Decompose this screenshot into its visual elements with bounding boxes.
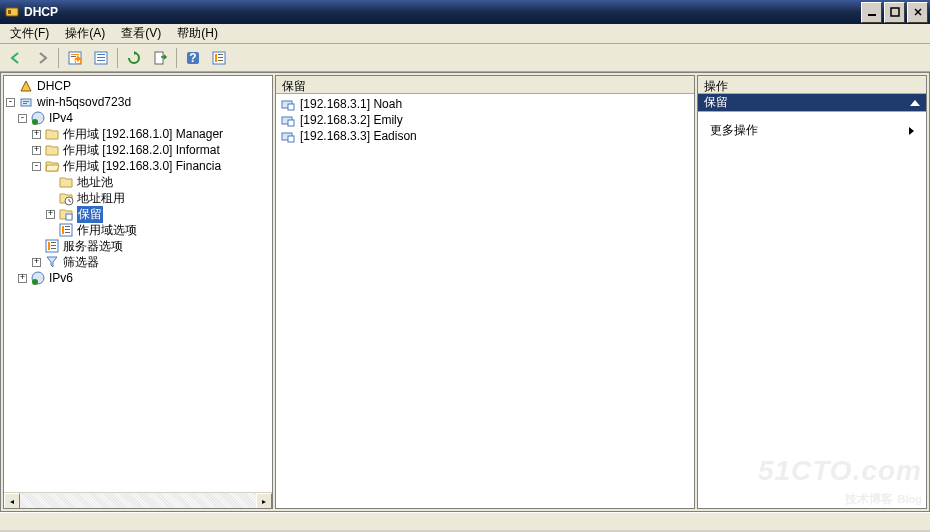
tree-label: 保留 (77, 206, 103, 223)
reservation-icon (280, 96, 296, 112)
forward-button[interactable] (30, 46, 54, 70)
reservation-icon (280, 128, 296, 144)
tree-node-ipv6[interactable]: + IPv6 (4, 270, 272, 286)
reservations-icon (58, 206, 74, 222)
list-item[interactable]: [192.168.3.3] Eadison (276, 128, 694, 144)
scroll-left-button[interactable]: ◂ (4, 493, 20, 509)
ipv6-icon (30, 270, 46, 286)
back-button[interactable] (4, 46, 28, 70)
action-more[interactable]: 更多操作 (708, 118, 916, 143)
menu-help[interactable]: 帮助(H) (169, 23, 226, 44)
menu-view[interactable]: 查看(V) (113, 23, 169, 44)
dhcp-icon (18, 78, 34, 94)
close-button[interactable] (907, 2, 928, 23)
tree-label: 作用域选项 (77, 222, 137, 239)
expander-icon[interactable]: + (32, 258, 41, 267)
svg-rect-38 (51, 245, 56, 246)
tree: DHCP - win-h5qsovd723d - IPv4 + 作用域 [192… (4, 76, 272, 492)
svg-rect-32 (65, 226, 70, 227)
expander-icon[interactable]: - (18, 114, 27, 123)
svg-rect-34 (65, 232, 70, 233)
tree-node-server[interactable]: - win-h5qsovd723d (4, 94, 272, 110)
tree-label: IPv4 (49, 111, 73, 125)
expander-icon (6, 82, 15, 91)
svg-rect-0 (6, 8, 18, 16)
tree-node-root[interactable]: DHCP (4, 78, 272, 94)
tree-panel: DHCP - win-h5qsovd723d - IPv4 + 作用域 [192… (3, 75, 273, 509)
expander-icon[interactable]: - (6, 98, 15, 107)
tree-label: IPv6 (49, 271, 73, 285)
tree-node-scopeoptions[interactable]: 作用域选项 (4, 222, 272, 238)
svg-rect-43 (288, 104, 294, 110)
horizontal-scrollbar[interactable]: ◂ ▸ (4, 492, 272, 508)
list-item-label: [192.168.3.2] Emily (300, 113, 403, 127)
tree-node-reservations[interactable]: + 保留 (4, 206, 272, 222)
expander-icon[interactable]: + (32, 130, 41, 139)
scroll-right-button[interactable]: ▸ (256, 493, 272, 509)
svg-rect-2 (868, 14, 876, 16)
refresh-button[interactable] (122, 46, 146, 70)
expander-icon[interactable]: + (32, 146, 41, 155)
expander-icon[interactable]: + (18, 274, 27, 283)
tree-node-scope2[interactable]: + 作用域 [192.168.2.0] Informat (4, 142, 272, 158)
expander-icon[interactable]: + (46, 210, 55, 219)
folder-icon (44, 126, 60, 142)
tree-node-serveropts[interactable]: 服务器选项 (4, 238, 272, 254)
list-panel: 保留 [192.168.3.1] Noah [192.168.3.2] Emil… (275, 75, 695, 509)
scroll-track[interactable] (20, 493, 256, 508)
tree-node-scope3[interactable]: - 作用域 [192.168.3.0] Financia (4, 158, 272, 174)
expander-icon (46, 226, 55, 235)
app-icon (4, 4, 20, 20)
svg-rect-39 (51, 248, 56, 249)
collapse-icon (910, 100, 920, 106)
list-header: 保留 (276, 76, 694, 94)
svg-point-27 (32, 119, 38, 125)
svg-text:✦: ✦ (73, 52, 83, 66)
properties-button[interactable] (89, 46, 113, 70)
svg-rect-19 (215, 54, 217, 62)
action-subheader[interactable]: 保留 (698, 94, 926, 112)
svg-rect-3 (891, 8, 899, 16)
tree-label: 服务器选项 (63, 238, 123, 255)
expander-icon[interactable]: - (32, 162, 41, 171)
minimize-button[interactable] (861, 2, 882, 23)
toolbar-separator (58, 48, 59, 68)
action-subheader-label: 保留 (704, 94, 728, 111)
menu-file[interactable]: 文件(F) (2, 23, 57, 44)
export-button[interactable] (148, 46, 172, 70)
list-item[interactable]: [192.168.3.1] Noah (276, 96, 694, 112)
svg-rect-47 (288, 136, 294, 142)
chevron-right-icon (909, 127, 914, 135)
tree-node-ipv4[interactable]: - IPv4 (4, 110, 272, 126)
svg-text:?: ? (189, 51, 196, 65)
help-button[interactable]: ? (181, 46, 205, 70)
expander-icon (46, 194, 55, 203)
svg-rect-37 (51, 242, 56, 243)
tree-node-addrlease[interactable]: 地址租用 (4, 190, 272, 206)
add-button[interactable]: ✦ (63, 46, 87, 70)
menu-action[interactable]: 操作(A) (57, 23, 113, 44)
reservation-icon (280, 112, 296, 128)
tree-label: 作用域 [192.168.2.0] Informat (63, 142, 220, 159)
maximize-button[interactable] (884, 2, 905, 23)
status-bar (0, 512, 930, 530)
window-title: DHCP (24, 5, 861, 19)
tree-label: 作用域 [192.168.3.0] Financia (63, 158, 221, 175)
svg-rect-21 (218, 57, 223, 58)
folder-icon (58, 174, 74, 190)
list-item[interactable]: [192.168.3.2] Emily (276, 112, 694, 128)
tree-node-filters[interactable]: + 筛选器 (4, 254, 272, 270)
tree-label: DHCP (37, 79, 71, 93)
expander-icon (32, 242, 41, 251)
tree-label: win-h5qsovd723d (37, 95, 131, 109)
svg-rect-12 (97, 54, 105, 55)
svg-rect-24 (23, 101, 29, 102)
lease-icon (58, 190, 74, 206)
svg-rect-22 (218, 60, 223, 61)
options-button[interactable] (207, 46, 231, 70)
svg-rect-13 (97, 57, 105, 58)
tree-label: 地址池 (77, 174, 113, 191)
tree-node-addrpool[interactable]: 地址池 (4, 174, 272, 190)
menu-bar: 文件(F) 操作(A) 查看(V) 帮助(H) (0, 24, 930, 44)
tree-node-scope1[interactable]: + 作用域 [192.168.1.0] Manager (4, 126, 272, 142)
